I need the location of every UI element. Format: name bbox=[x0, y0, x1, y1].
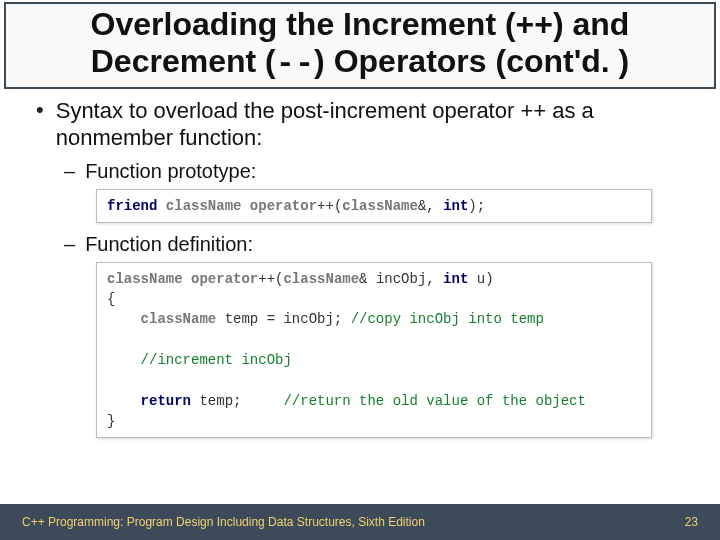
bullet-icon: • bbox=[36, 97, 44, 123]
slide-body: • Syntax to overload the post-increment … bbox=[0, 97, 720, 439]
code-definition: className operator++(className& incObj, … bbox=[96, 262, 652, 438]
footer-page-number: 23 bbox=[685, 515, 698, 529]
slide-footer: C++ Programming: Program Design Includin… bbox=[0, 504, 720, 540]
title-line-1: Overloading the Increment (++) and bbox=[91, 6, 630, 42]
bullet-main: • Syntax to overload the post-increment … bbox=[36, 97, 692, 152]
dash-icon: – bbox=[64, 160, 75, 183]
dash-icon: – bbox=[64, 233, 75, 256]
sub-definition-text: Function definition: bbox=[85, 233, 253, 256]
sub-bullet-definition: – Function definition: bbox=[64, 233, 692, 256]
slide-title: Overloading the Increment (++) and Decre… bbox=[4, 2, 716, 89]
bullet-main-text: Syntax to overload the post-increment op… bbox=[56, 97, 692, 152]
footer-left: C++ Programming: Program Design Includin… bbox=[22, 515, 425, 529]
code-prototype: friend className operator++(className&, … bbox=[96, 189, 652, 223]
sub-prototype-text: Function prototype: bbox=[85, 160, 256, 183]
sub-bullet-prototype: – Function prototype: bbox=[64, 160, 692, 183]
title-line-2: Decrement (--) Operators (cont'd. ) bbox=[91, 43, 630, 79]
